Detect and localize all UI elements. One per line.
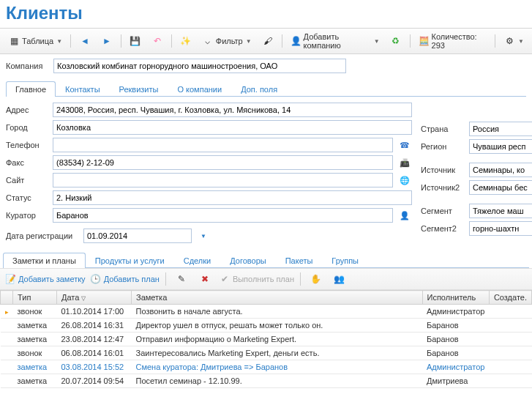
source-input[interactable]: [469, 163, 532, 177]
filter-icon: ⌵: [202, 35, 214, 47]
save-button[interactable]: 💾: [126, 33, 145, 49]
col-executor[interactable]: Исполнитель: [422, 291, 489, 305]
subtab-Сделки[interactable]: Сделки: [174, 253, 221, 268]
cell-note: Смена куратора: Дмитриева => Баранов: [132, 360, 423, 374]
source2-label: Источник2: [421, 183, 466, 192]
city-label: Город: [6, 123, 48, 132]
wand-button[interactable]: ✨: [176, 33, 195, 49]
subtab-Группы[interactable]: Группы: [322, 253, 368, 268]
cell-type: заметка: [13, 319, 57, 333]
add-company-label: Добавить компанию: [304, 32, 371, 50]
company-row: Компания: [0, 54, 532, 78]
table-row[interactable]: ▸звонок01.10.2014 17:00Позвонить в начал…: [1, 305, 532, 319]
row-flag: [1, 374, 13, 388]
site-input[interactable]: [53, 173, 393, 187]
settings-button[interactable]: ⚙▼: [500, 33, 528, 49]
table-row[interactable]: заметка26.08.2014 16:31Директор ушел в о…: [1, 319, 532, 333]
cell-creator: [489, 333, 531, 346]
subtab-Пакеты[interactable]: Пакеты: [276, 253, 323, 268]
table-label: Таблица: [22, 37, 53, 45]
col-date[interactable]: Дата▽: [57, 291, 132, 305]
tab-Реквизиты[interactable]: Реквизиты: [110, 81, 168, 97]
table-row[interactable]: заметка20.07.2014 09:54Посетил семинар -…: [1, 374, 532, 388]
city-input[interactable]: [53, 120, 412, 135]
count-label: Количество: 293: [432, 32, 487, 50]
tab-Главное[interactable]: Главное: [6, 81, 56, 97]
address-input[interactable]: [53, 103, 412, 117]
cell-type: заметка: [13, 333, 57, 346]
cell-type: заметка: [13, 360, 57, 374]
subtab-Договоры[interactable]: Договоры: [220, 253, 275, 268]
edit-button[interactable]: ✎: [172, 271, 191, 287]
count-button[interactable]: 🧮Количество: 293: [415, 30, 491, 52]
region-input[interactable]: [469, 139, 532, 154]
segment-input[interactable]: [469, 204, 532, 218]
cell-note: Заинтересовались Marketing Expert, деньг…: [132, 346, 423, 360]
cell-date: 06.08.2014 16:01: [57, 346, 132, 360]
cell-date: 01.10.2014 17:00: [57, 305, 132, 319]
tab-Доп. поля[interactable]: Доп. поля: [231, 81, 287, 97]
add-note-button[interactable]: 📝Добавить заметку: [4, 273, 86, 285]
refresh-icon: ♻: [390, 35, 402, 47]
filter-button[interactable]: ⌵Фильтр▼: [198, 33, 255, 49]
hand-button[interactable]: ✋: [307, 271, 326, 287]
add-company-button[interactable]: 👤Добавить компанию▼: [287, 30, 383, 52]
tab-Контакты[interactable]: Контакты: [56, 81, 110, 97]
sub-toolbar: 📝Добавить заметку 🕒Добавить план ✎ ✖ ✔Вы…: [0, 268, 532, 290]
notes-grid: Тип Дата▽ Заметка Исполнитель Создате. ▸…: [0, 290, 532, 388]
col-creator[interactable]: Создате.: [489, 291, 531, 305]
assign-button[interactable]: 👥: [330, 271, 349, 287]
tab-О компании[interactable]: О компании: [168, 81, 231, 97]
undo-button[interactable]: ↶: [148, 33, 167, 49]
check-icon: ✔: [219, 273, 231, 285]
fax-label: Факс: [6, 158, 48, 167]
assign-icon: 👥: [334, 273, 345, 285]
cell-note: Отправил информацию о Marketing Expert.: [132, 333, 423, 346]
clear-filter-button[interactable]: 🖌: [258, 33, 277, 49]
cell-creator: [489, 305, 531, 319]
country-label: Страна: [421, 125, 466, 133]
table-row[interactable]: заметка03.08.2014 15:52Смена куратора: Д…: [1, 360, 532, 374]
cell-creator: [489, 360, 531, 374]
calendar-icon[interactable]: ▼: [196, 229, 211, 243]
company-label: Компания: [6, 62, 46, 70]
curator-input[interactable]: [53, 208, 393, 223]
source2-input[interactable]: [469, 180, 532, 195]
table-row[interactable]: заметка23.08.2014 12:47Отправил информац…: [1, 333, 532, 346]
nav-forward-button[interactable]: ►: [97, 33, 116, 49]
status-input[interactable]: [53, 190, 412, 205]
do-plan-label: Выполнить план: [233, 275, 294, 283]
cell-date: 20.07.2014 09:54: [57, 374, 132, 388]
col-flag[interactable]: [1, 291, 13, 305]
source-label: Источник: [421, 166, 466, 174]
undo-icon: ↶: [151, 35, 163, 47]
subtab-Заметки и планы[interactable]: Заметки и планы: [3, 253, 86, 268]
user-icon[interactable]: 👤: [397, 208, 412, 223]
country-input[interactable]: [469, 122, 532, 136]
segment2-label: Сегмент2: [421, 224, 466, 233]
hand-icon: ✋: [310, 273, 322, 285]
segment-label: Сегмент: [421, 207, 466, 215]
phone-label: Телефон: [6, 141, 48, 149]
fax-input[interactable]: [53, 155, 393, 170]
regdate-input[interactable]: [83, 229, 192, 243]
form-area: Адрес Город Телефон☎ Факс📠 Сайт🌐 Статус …: [0, 97, 532, 252]
cell-note: Директор ушел в отпуск, решать может тол…: [132, 319, 423, 333]
cell-date: 23.08.2014 12:47: [57, 333, 132, 346]
table-view-button[interactable]: ▦Таблица▼: [4, 33, 66, 49]
add-plan-button[interactable]: 🕒Добавить план: [90, 273, 160, 285]
segment2-input[interactable]: [469, 221, 532, 236]
globe-icon[interactable]: 🌐: [397, 173, 412, 187]
filter-label: Фильтр: [216, 37, 243, 45]
company-input[interactable]: [53, 59, 346, 73]
col-note[interactable]: Заметка: [132, 291, 423, 305]
refresh-button[interactable]: ♻: [386, 33, 405, 49]
phone-input[interactable]: [53, 138, 393, 152]
subtab-Продукты и услуги[interactable]: Продукты и услуги: [86, 253, 174, 268]
nav-back-button[interactable]: ◄: [75, 33, 94, 49]
phone-icon[interactable]: ☎: [397, 138, 412, 152]
col-type[interactable]: Тип: [13, 291, 57, 305]
table-row[interactable]: звонок06.08.2014 16:01Заинтересовались M…: [1, 346, 532, 360]
delete-button[interactable]: ✖: [195, 271, 214, 287]
fax-icon[interactable]: 📠: [397, 155, 412, 170]
